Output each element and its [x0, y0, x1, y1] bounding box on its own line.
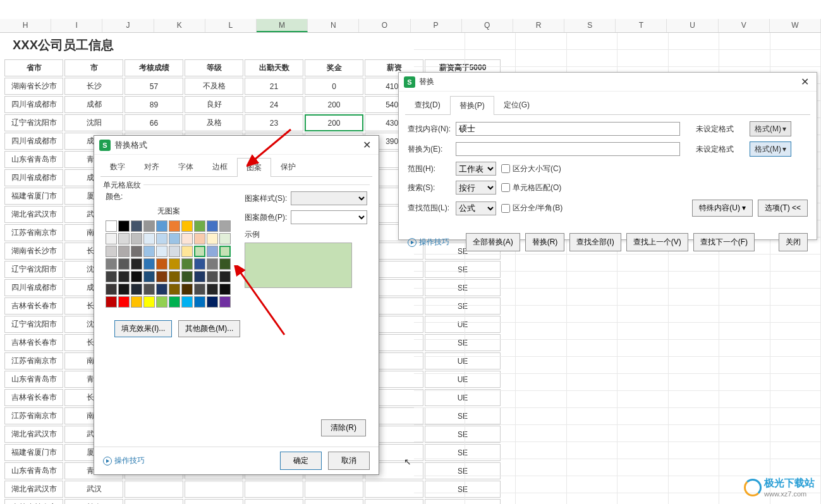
column-header[interactable]: L: [205, 19, 257, 32]
color-swatch[interactable]: [143, 220, 155, 232]
color-swatch[interactable]: [106, 220, 117, 232]
color-swatch[interactable]: [143, 296, 155, 308]
no-pattern-label[interactable]: 无图案: [106, 206, 232, 217]
table-cell[interactable]: 及格: [185, 114, 243, 131]
table-cell[interactable]: [125, 499, 183, 504]
lookin-select[interactable]: 公式: [456, 201, 496, 215]
column-header[interactable]: M: [257, 19, 308, 32]
color-swatch[interactable]: [219, 296, 231, 308]
color-swatch[interactable]: [131, 284, 142, 295]
table-cell[interactable]: 四川省成都市: [4, 279, 63, 296]
table-cell[interactable]: 200: [305, 96, 363, 113]
color-swatch[interactable]: [118, 233, 130, 244]
tab-数字[interactable]: 数字: [100, 157, 135, 176]
color-swatch[interactable]: [169, 296, 180, 308]
table-cell[interactable]: 良好: [185, 96, 243, 113]
replace-button[interactable]: 替换(R): [525, 233, 565, 251]
color-swatch[interactable]: [181, 233, 193, 244]
color-swatch[interactable]: [156, 271, 167, 282]
column-header[interactable]: O: [359, 19, 410, 32]
tab-定位(G)[interactable]: 定位(G): [494, 95, 539, 114]
color-swatch[interactable]: [131, 246, 142, 257]
color-swatch[interactable]: [118, 258, 130, 270]
table-cell[interactable]: 吉林省长春市: [4, 297, 63, 315]
column-header[interactable]: S: [564, 19, 616, 32]
replace-all-button[interactable]: 全部替换(A): [466, 233, 520, 251]
table-cell[interactable]: 89: [125, 96, 183, 113]
close-button[interactable]: 关闭: [779, 233, 808, 251]
color-swatch[interactable]: [156, 220, 167, 232]
color-swatch[interactable]: [131, 271, 142, 282]
table-cell[interactable]: 0: [305, 78, 363, 95]
color-swatch[interactable]: [143, 284, 155, 295]
table-cell[interactable]: 江苏省南京市: [4, 407, 63, 424]
table-cell[interactable]: 江苏省南京市: [4, 224, 63, 241]
color-swatch[interactable]: [181, 220, 193, 232]
color-swatch[interactable]: [118, 284, 130, 295]
table-cell[interactable]: 四川省成都市: [4, 169, 63, 186]
color-swatch[interactable]: [181, 246, 193, 257]
color-swatch[interactable]: [207, 258, 218, 270]
column-header[interactable]: H: [0, 19, 51, 32]
color-swatch[interactable]: [219, 220, 231, 232]
color-swatch[interactable]: [169, 246, 180, 257]
table-cell[interactable]: 长沙: [64, 78, 123, 95]
color-swatch[interactable]: [194, 233, 205, 244]
find-next-button[interactable]: 查找下一个(F): [693, 233, 755, 251]
column-header[interactable]: V: [719, 19, 770, 32]
pattern-style-select[interactable]: [291, 191, 367, 205]
replace-input[interactable]: [456, 142, 680, 156]
color-swatch[interactable]: [219, 246, 231, 257]
table-cell[interactable]: [305, 499, 363, 504]
table-cell[interactable]: [245, 481, 303, 498]
table-cell[interactable]: 沈阳: [64, 114, 123, 131]
color-swatch[interactable]: [143, 246, 155, 257]
color-swatch[interactable]: [207, 284, 218, 295]
tab-边框[interactable]: 边框: [203, 157, 237, 176]
tab-查找(D)[interactable]: 查找(D): [405, 95, 450, 114]
tab-字体[interactable]: 字体: [169, 157, 203, 176]
color-swatch[interactable]: [106, 246, 117, 257]
color-swatch[interactable]: [131, 220, 142, 232]
table-cell[interactable]: 山东省青岛市: [4, 151, 63, 168]
column-header[interactable]: K: [154, 19, 205, 32]
color-swatch[interactable]: [143, 271, 155, 282]
find-input[interactable]: [456, 122, 680, 136]
color-swatch[interactable]: [219, 284, 231, 295]
color-swatch[interactable]: [194, 258, 205, 270]
table-cell[interactable]: 湖北省武汉市: [4, 426, 63, 443]
table-cell[interactable]: 江苏省南京市: [4, 352, 63, 369]
table-cell[interactable]: 辽宁省沈阳市: [4, 114, 63, 131]
column-header[interactable]: P: [411, 19, 462, 32]
color-swatch[interactable]: [143, 233, 155, 244]
tab-保护[interactable]: 保护: [271, 157, 305, 176]
color-swatch[interactable]: [131, 233, 142, 244]
table-cell[interactable]: 200: [305, 114, 363, 131]
table-cell[interactable]: 23: [245, 114, 303, 131]
ok-button[interactable]: 确定: [280, 452, 322, 470]
column-header[interactable]: I: [51, 19, 102, 32]
search-select[interactable]: 按行: [456, 181, 496, 195]
color-swatch[interactable]: [156, 246, 167, 257]
color-swatch[interactable]: [169, 284, 180, 295]
replace-format-button[interactable]: 格式(M)▾: [750, 141, 791, 157]
color-swatch[interactable]: [219, 258, 231, 270]
table-cell[interactable]: 山东省青岛市: [4, 371, 63, 388]
tips-link[interactable]: 操作技巧: [103, 455, 145, 466]
table-cell[interactable]: 福建省厦门市: [4, 188, 63, 205]
color-swatch[interactable]: [207, 296, 218, 308]
color-swatch[interactable]: [106, 284, 117, 295]
column-header[interactable]: W: [770, 19, 821, 32]
table-cell[interactable]: 湖北省武汉市: [4, 481, 63, 498]
options-button[interactable]: 选项(T) <<: [758, 200, 808, 217]
color-swatch[interactable]: [131, 258, 142, 270]
table-cell[interactable]: 武汉: [64, 481, 123, 498]
color-swatch[interactable]: [194, 296, 205, 308]
color-swatch[interactable]: [194, 271, 205, 282]
color-swatch[interactable]: [169, 233, 180, 244]
table-cell[interactable]: 山东省青岛市: [4, 462, 63, 479]
close-icon[interactable]: ✕: [798, 76, 812, 88]
color-swatch[interactable]: [118, 220, 130, 232]
color-swatch[interactable]: [181, 271, 193, 282]
color-swatch[interactable]: [106, 233, 117, 244]
